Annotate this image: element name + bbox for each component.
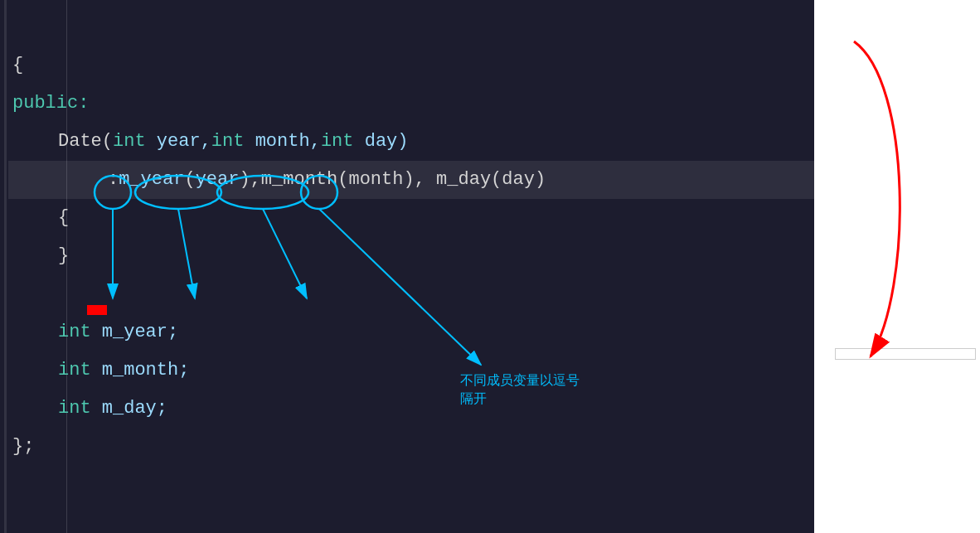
code-line-11: }; bbox=[8, 428, 871, 466]
code-line-6: { bbox=[8, 199, 871, 237]
arg-year: year bbox=[196, 161, 240, 199]
code-line-3: public: bbox=[8, 85, 871, 123]
code-line-10: int m_day; bbox=[8, 390, 871, 428]
int-kw-3: int bbox=[321, 123, 354, 161]
open-brace-2: { bbox=[58, 199, 69, 237]
int-kw-5: int bbox=[58, 351, 91, 390]
initializer-colon: : bbox=[108, 161, 119, 199]
code-line-blank bbox=[8, 275, 871, 313]
member-year: m_year bbox=[119, 161, 184, 199]
keyword-public: public: bbox=[12, 85, 89, 123]
param-year: year, bbox=[146, 123, 211, 161]
code-line-5: : m_year ( year ) ,m_month(month), m_day… bbox=[8, 161, 871, 199]
var-day: m_day; bbox=[91, 390, 167, 428]
close-brace-2: } bbox=[58, 237, 69, 275]
var-month: m_month; bbox=[91, 351, 190, 390]
code-line-2: { bbox=[8, 46, 871, 85]
var-year: m_year; bbox=[91, 313, 179, 351]
paren-year-close: ) bbox=[239, 161, 250, 199]
label-comma-note: 不同成员变量以逗号隔开 bbox=[460, 371, 580, 409]
code-line-8: int m_year; bbox=[8, 313, 871, 351]
param-month: month, bbox=[244, 123, 320, 161]
int-kw-1: int bbox=[113, 123, 146, 161]
open-brace-1: { bbox=[12, 46, 23, 85]
paren-year: ( bbox=[184, 161, 195, 199]
code-line-1 bbox=[8, 8, 871, 46]
int-kw-6: int bbox=[58, 390, 91, 428]
paren-open: ( bbox=[102, 123, 113, 161]
code-area: { public: Date ( int year, int month, in… bbox=[0, 0, 871, 533]
int-kw-4: int bbox=[58, 313, 91, 351]
constructor-name: Date bbox=[58, 123, 102, 161]
close-final: }; bbox=[12, 428, 34, 466]
code-line-4: Date ( int year, int month, int day) bbox=[8, 123, 871, 161]
code-block: { public: Date ( int year, int month, in… bbox=[0, 0, 871, 474]
int-kw-2: int bbox=[211, 123, 245, 161]
code-line-7: } bbox=[8, 237, 871, 275]
code-line-9: int m_month; bbox=[8, 351, 871, 390]
label-maohao bbox=[87, 305, 107, 315]
param-day: day) bbox=[353, 123, 408, 161]
initializer-rest: ,m_month(month), m_day(day) bbox=[250, 161, 546, 199]
right-panel bbox=[814, 0, 980, 533]
no-semicolon-label bbox=[835, 348, 976, 360]
